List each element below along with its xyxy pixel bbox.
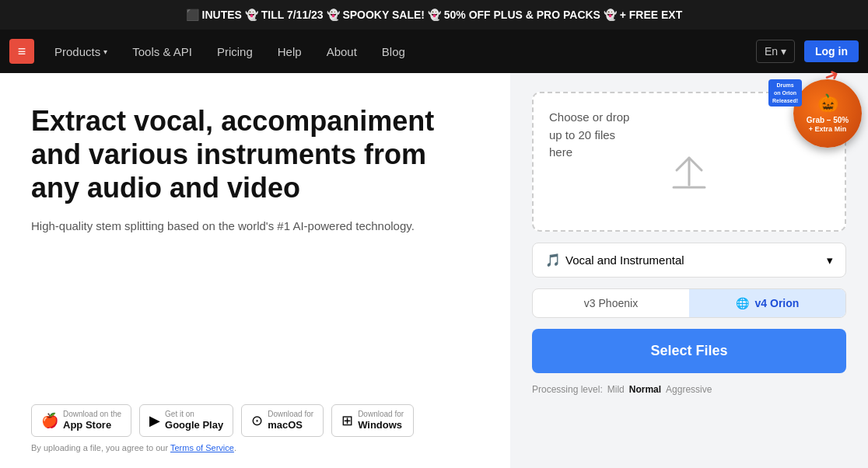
nav-item-tools[interactable]: Tools & API bbox=[121, 39, 203, 65]
processing-level: Processing level: Mild Normal Aggressive bbox=[532, 384, 846, 395]
chevron-down-icon: ▾ bbox=[103, 47, 107, 56]
version-tabs: v3 Phoenix 🌐 v4 Orion bbox=[532, 288, 846, 318]
processing-label: Processing level: bbox=[532, 384, 603, 395]
windows-name: Windows bbox=[358, 419, 404, 431]
orion-icon: 🌐 bbox=[736, 297, 749, 309]
model-icon: 🎵 bbox=[545, 253, 561, 267]
version-tab-phoenix[interactable]: v3 Phoenix bbox=[533, 289, 689, 317]
hero-subtitle: High-quality stem splitting based on the… bbox=[31, 218, 479, 236]
hero-title: Extract vocal, accompaniment and various… bbox=[31, 104, 479, 205]
windows-icon: ⊞ bbox=[341, 412, 353, 429]
right-panel: ➜ 🎃 Grab – 50% + Extra Min Drums on Orio… bbox=[510, 73, 868, 468]
language-selector[interactable]: En ▾ bbox=[756, 40, 795, 63]
appstore-badge[interactable]: 🍎 Download on the App Store bbox=[31, 404, 131, 437]
select-files-button[interactable]: Select Files bbox=[532, 329, 846, 373]
promo-grab-text: Grab – 50% bbox=[807, 115, 849, 125]
model-label: Vocal and Instrumental bbox=[565, 253, 684, 267]
nav-item-blog[interactable]: Blog bbox=[371, 39, 416, 65]
appstore-name: App Store bbox=[63, 419, 121, 431]
macos-badge[interactable]: ⊙ Download for macOS bbox=[241, 404, 324, 437]
terms-text: By uploading a file, you agree to our Te… bbox=[31, 443, 479, 452]
model-selector[interactable]: 🎵 Vocal and Instrumental ▾ bbox=[532, 243, 846, 278]
drop-zone-text: Choose or drop up to 20 files here bbox=[549, 109, 629, 162]
login-button[interactable]: Log in bbox=[804, 40, 859, 62]
promo-banner: ⬛ INUTES 👻 TILL 7/11/23 👻 SPOOKY SALE! 👻… bbox=[0, 0, 868, 30]
chevron-down-icon: ▾ bbox=[781, 45, 786, 58]
googleplay-name: Google Play bbox=[165, 419, 223, 431]
play-icon: ▶ bbox=[149, 412, 160, 429]
nav-logo[interactable]: ≡ bbox=[9, 39, 34, 64]
upload-icon bbox=[658, 142, 720, 204]
processing-aggressive[interactable]: Aggressive bbox=[666, 384, 712, 395]
left-panel: Extract vocal, accompaniment and various… bbox=[0, 73, 510, 468]
version-tab-orion[interactable]: 🌐 v4 Orion bbox=[689, 289, 845, 317]
googleplay-sub: Get it on bbox=[165, 410, 223, 419]
processing-mild[interactable]: Mild bbox=[607, 384, 625, 395]
halloween-promo[interactable]: ➜ 🎃 Grab – 50% + Extra Min Drums on Orio… bbox=[768, 79, 862, 173]
nav-item-about[interactable]: About bbox=[316, 39, 368, 65]
navbar: ≡ Products ▾ Tools & API Pricing Help Ab… bbox=[0, 30, 868, 73]
chevron-down-icon: ▾ bbox=[827, 253, 833, 267]
processing-normal[interactable]: Normal bbox=[629, 384, 661, 395]
apple-icon: 🍎 bbox=[41, 412, 58, 429]
macos-name: macOS bbox=[268, 419, 313, 431]
download-badges: 🍎 Download on the App Store ▶ Get it on … bbox=[31, 404, 479, 437]
promo-extra-text: + Extra Min bbox=[809, 125, 846, 134]
main-content: Extract vocal, accompaniment and various… bbox=[0, 73, 868, 468]
macos-icon: ⊙ bbox=[251, 412, 263, 429]
pumpkin-promo[interactable]: 🎃 Grab – 50% + Extra Min bbox=[793, 79, 862, 148]
banner-text: ⬛ INUTES 👻 TILL 7/11/23 👻 SPOOKY SALE! 👻… bbox=[186, 9, 683, 21]
nav-item-pricing[interactable]: Pricing bbox=[206, 39, 264, 65]
appstore-sub: Download on the bbox=[63, 410, 121, 419]
orion-badge: Drums on Orion Released! bbox=[768, 79, 802, 107]
pumpkin-emoji: 🎃 bbox=[817, 93, 838, 115]
nav-item-products[interactable]: Products ▾ bbox=[44, 39, 118, 65]
windows-badge[interactable]: ⊞ Download for Windows bbox=[331, 404, 414, 437]
macos-sub: Download for bbox=[268, 410, 313, 419]
googleplay-badge[interactable]: ▶ Get it on Google Play bbox=[139, 404, 233, 437]
nav-item-help[interactable]: Help bbox=[267, 39, 313, 65]
terms-link[interactable]: Terms of Service bbox=[170, 443, 234, 452]
windows-sub: Download for bbox=[358, 410, 404, 419]
